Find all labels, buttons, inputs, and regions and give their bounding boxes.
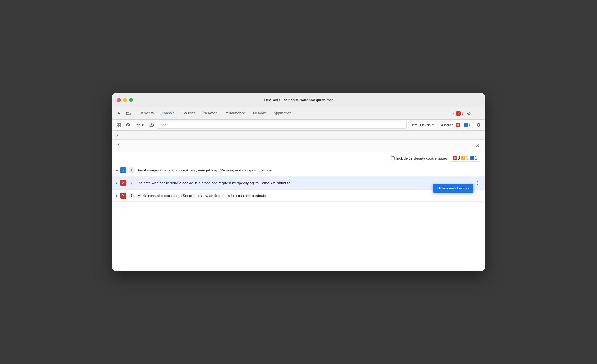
tab-console[interactable]: Console	[157, 107, 179, 119]
issues-error-icon: ✕	[456, 123, 460, 127]
expand-arrow-1[interactable]: ▶	[116, 169, 118, 172]
issues-error-badge: ✕ 3	[456, 123, 463, 127]
svg-line-7	[127, 124, 129, 126]
error-count-badge: ✕ 3	[456, 111, 463, 116]
console-toolbar: top ▼ Default levels ▼ 4 Issues: ✕ 3 i 1…	[112, 120, 485, 131]
tab-left-icons	[115, 109, 132, 118]
svg-point-8	[150, 124, 154, 127]
third-party-badges: ✕ 3 ! 0 i 1	[450, 155, 480, 162]
issue-row-1[interactable]: ▶ i 1 Audit usage of navigator.userAgent…	[112, 164, 485, 176]
third-party-warn-icon: !	[461, 156, 465, 160]
tab-application[interactable]: Application	[270, 107, 295, 119]
svg-rect-1	[129, 113, 130, 115]
third-party-info-icon: i	[470, 156, 474, 160]
minimize-button[interactable]	[123, 98, 127, 102]
svg-point-9	[151, 124, 152, 126]
svg-rect-4	[117, 125, 118, 127]
svg-rect-3	[119, 123, 120, 125]
console-content-area	[112, 202, 485, 271]
third-party-error-icon: ✕	[453, 156, 457, 160]
breadcrumb: ❯	[112, 131, 485, 139]
issues-info-badge: i 1	[464, 123, 470, 127]
tabs-overflow-button[interactable]: »	[450, 111, 456, 115]
issue-icon-error-2: ✕	[120, 180, 126, 186]
issue-row-2[interactable]: ▶ ✕ 2 Indicate whether to send a cookie …	[112, 176, 485, 190]
third-party-label: Include third-party cookie issues	[396, 156, 448, 160]
console-settings-icon[interactable]: ⚙	[475, 121, 482, 129]
traffic-lights	[117, 98, 133, 102]
issue-icon-error-3: ✕	[120, 193, 126, 199]
issue-more-button-2[interactable]: ⋮	[473, 179, 481, 187]
third-party-row: Include third-party cookie issues ✕ 3 ! …	[112, 152, 485, 164]
tab-performance[interactable]: Performance	[220, 107, 249, 119]
expand-arrow-2[interactable]: ▶	[116, 181, 118, 184]
tab-elements[interactable]: Elements	[135, 107, 157, 119]
issues-header-left: ⋮	[116, 143, 121, 148]
filter-input[interactable]	[157, 122, 407, 129]
tab-right-icons: ✕ 3 ⚙ ⋮	[456, 109, 482, 118]
third-party-error-badge: ✕ 3	[453, 156, 460, 161]
issue-icon-info-1: i	[120, 167, 126, 173]
issue-count-3: 1	[129, 193, 135, 199]
issues-close-button[interactable]: ✕	[473, 142, 481, 150]
tab-memory[interactable]: Memory	[249, 107, 270, 119]
eye-icon[interactable]	[148, 121, 155, 129]
devtools-window: DevTools - samesite-sandbox.glitch.me/ E…	[112, 93, 485, 271]
error-icon: ✕	[456, 111, 461, 116]
third-party-checkbox[interactable]	[391, 156, 395, 160]
breadcrumb-arrow: ❯	[116, 133, 119, 137]
cursor-icon[interactable]	[115, 109, 123, 118]
third-party-info-badge: i 1	[470, 156, 477, 161]
issue-count-1: 1	[129, 167, 135, 173]
window-title: DevTools - samesite-sandbox.glitch.me/	[264, 98, 333, 102]
svg-text:i: i	[123, 169, 124, 171]
tab-sources[interactable]: Sources	[179, 107, 200, 119]
third-party-checkbox-group[interactable]: Include third-party cookie issues	[391, 156, 448, 160]
ban-icon[interactable]	[124, 121, 132, 129]
issue-row-3[interactable]: ▶ ✕ 1 Mark cross-site cookies as Secure …	[112, 190, 485, 202]
title-bar: DevTools - samesite-sandbox.glitch.me/	[112, 93, 485, 107]
issue-count-2: 2	[129, 180, 135, 186]
third-party-warn-badge: ! 0	[461, 156, 468, 161]
hide-issues-context-menu[interactable]: Hide issues like this	[433, 184, 473, 193]
context-selector[interactable]: top ▼	[134, 122, 146, 128]
issue-text-3: Mark cross-site cookies as Secure to all…	[137, 194, 481, 198]
svg-rect-5	[119, 125, 120, 127]
expand-arrow-3[interactable]: ▶	[116, 194, 118, 197]
issues-info-icon: i	[464, 123, 468, 127]
close-button[interactable]	[117, 98, 121, 102]
maximize-button[interactable]	[129, 98, 133, 102]
log-level-selector[interactable]: Default levels ▼	[408, 122, 437, 128]
issue-text-1: Audit usage of navigator.userAgent, navi…	[137, 168, 481, 172]
svg-rect-2	[117, 123, 118, 125]
device-toggle-icon[interactable]	[124, 109, 132, 118]
issues-badge[interactable]: 4 Issues: ✕ 3 i 1	[439, 122, 473, 128]
devtools-settings-icon[interactable]: ⚙	[465, 109, 473, 118]
svg-rect-0	[126, 112, 129, 115]
devtools-tabs-bar: Elements Console Sources Network Perform…	[112, 107, 485, 120]
issues-header-bar: ⋮ ✕	[112, 140, 485, 152]
clear-console-button[interactable]	[115, 121, 122, 129]
tabs-list: Elements Console Sources Network Perform…	[135, 107, 450, 119]
issues-more-button[interactable]: ⋮	[116, 143, 121, 148]
issue-text-2: Indicate whether to send a cookie in a c…	[137, 181, 473, 185]
issues-panel: ⋮ ✕ Include third-party cookie issues ✕ …	[112, 139, 485, 271]
tab-network[interactable]: Network	[200, 107, 221, 119]
devtools-more-icon[interactable]: ⋮	[474, 109, 482, 118]
